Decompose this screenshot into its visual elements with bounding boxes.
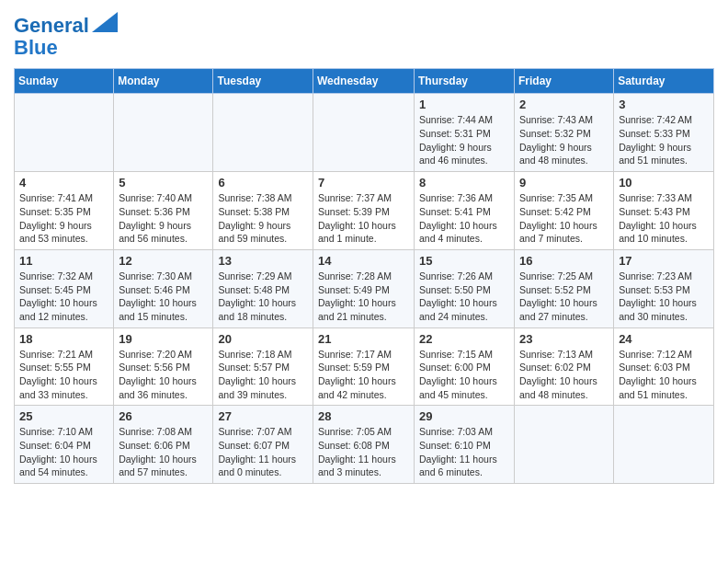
- day-number: 18: [19, 332, 108, 346]
- day-info: Sunrise: 7:36 AM Sunset: 5:41 PM Dayligh…: [419, 191, 509, 246]
- day-info: Sunrise: 7:28 AM Sunset: 5:49 PM Dayligh…: [318, 270, 409, 324]
- day-info: Sunrise: 7:17 AM Sunset: 5:59 PM Dayligh…: [318, 348, 409, 402]
- day-number: 8: [419, 176, 509, 190]
- calendar-cell: [15, 94, 114, 172]
- calendar-cell: 14Sunrise: 7:28 AM Sunset: 5:49 PM Dayli…: [313, 249, 415, 327]
- calendar-cell: 18Sunrise: 7:21 AM Sunset: 5:55 PM Dayli…: [15, 327, 114, 406]
- calendar-cell: 22Sunrise: 7:15 AM Sunset: 6:00 PM Dayli…: [415, 327, 515, 406]
- day-info: Sunrise: 7:40 AM Sunset: 5:36 PM Dayligh…: [119, 191, 208, 246]
- logo: GeneralBlue: [14, 14, 118, 59]
- calendar-cell: [313, 94, 415, 172]
- calendar-cell: 27Sunrise: 7:07 AM Sunset: 6:07 PM Dayli…: [213, 406, 313, 484]
- day-number: 28: [318, 409, 409, 423]
- calendar-cell: 10Sunrise: 7:33 AM Sunset: 5:43 PM Dayli…: [614, 172, 714, 250]
- weekday-header: Sunday: [15, 69, 114, 94]
- logo-icon: [92, 12, 118, 32]
- day-info: Sunrise: 7:32 AM Sunset: 5:45 PM Dayligh…: [19, 270, 108, 324]
- day-info: Sunrise: 7:43 AM Sunset: 5:32 PM Dayligh…: [519, 113, 609, 167]
- day-info: Sunrise: 7:15 AM Sunset: 6:00 PM Dayligh…: [419, 348, 509, 402]
- day-number: 24: [619, 332, 709, 346]
- day-number: 20: [218, 332, 308, 346]
- calendar-cell: 5Sunrise: 7:40 AM Sunset: 5:36 PM Daylig…: [114, 172, 213, 250]
- weekday-header: Tuesday: [213, 69, 313, 94]
- day-number: 2: [519, 98, 609, 111]
- calendar-cell: [114, 94, 213, 172]
- calendar-cell: 13Sunrise: 7:29 AM Sunset: 5:48 PM Dayli…: [213, 249, 313, 327]
- calendar-cell: 7Sunrise: 7:37 AM Sunset: 5:39 PM Daylig…: [313, 172, 415, 250]
- calendar-cell: 19Sunrise: 7:20 AM Sunset: 5:56 PM Dayli…: [114, 327, 213, 406]
- calendar-cell: 12Sunrise: 7:30 AM Sunset: 5:46 PM Dayli…: [114, 249, 213, 327]
- day-info: Sunrise: 7:29 AM Sunset: 5:48 PM Dayligh…: [218, 270, 308, 324]
- calendar-cell: 9Sunrise: 7:35 AM Sunset: 5:42 PM Daylig…: [515, 172, 614, 250]
- day-number: 14: [318, 254, 409, 268]
- day-info: Sunrise: 7:07 AM Sunset: 6:07 PM Dayligh…: [218, 425, 308, 479]
- calendar-cell: 24Sunrise: 7:12 AM Sunset: 6:03 PM Dayli…: [614, 327, 714, 406]
- calendar-cell: 17Sunrise: 7:23 AM Sunset: 5:53 PM Dayli…: [614, 249, 714, 327]
- day-number: 6: [218, 176, 308, 190]
- calendar-cell: 23Sunrise: 7:13 AM Sunset: 6:02 PM Dayli…: [515, 327, 614, 406]
- calendar-cell: 8Sunrise: 7:36 AM Sunset: 5:41 PM Daylig…: [415, 172, 515, 250]
- day-number: 4: [19, 176, 108, 190]
- calendar-cell: 21Sunrise: 7:17 AM Sunset: 5:59 PM Dayli…: [313, 327, 415, 406]
- calendar-cell: 4Sunrise: 7:41 AM Sunset: 5:35 PM Daylig…: [15, 172, 114, 250]
- calendar-cell: 25Sunrise: 7:10 AM Sunset: 6:04 PM Dayli…: [15, 406, 114, 484]
- day-number: 12: [119, 254, 208, 268]
- calendar-cell: 26Sunrise: 7:08 AM Sunset: 6:06 PM Dayli…: [114, 406, 213, 484]
- day-number: 16: [519, 254, 609, 268]
- day-number: 21: [318, 332, 409, 346]
- day-info: Sunrise: 7:42 AM Sunset: 5:33 PM Dayligh…: [619, 113, 709, 167]
- day-number: 27: [218, 409, 308, 423]
- day-info: Sunrise: 7:03 AM Sunset: 6:10 PM Dayligh…: [419, 425, 509, 479]
- calendar-cell: 1Sunrise: 7:44 AM Sunset: 5:31 PM Daylig…: [415, 94, 515, 172]
- day-info: Sunrise: 7:26 AM Sunset: 5:50 PM Dayligh…: [419, 270, 509, 324]
- day-number: 7: [318, 176, 409, 190]
- day-number: 19: [119, 332, 208, 346]
- day-info: Sunrise: 7:30 AM Sunset: 5:46 PM Dayligh…: [119, 270, 208, 324]
- day-number: 26: [119, 409, 208, 423]
- day-number: 1: [419, 98, 509, 111]
- calendar-cell: 15Sunrise: 7:26 AM Sunset: 5:50 PM Dayli…: [415, 249, 515, 327]
- weekday-header: Monday: [114, 69, 213, 94]
- calendar-cell: [213, 94, 313, 172]
- svg-marker-0: [92, 12, 118, 32]
- day-number: 5: [119, 176, 208, 190]
- calendar-cell: 29Sunrise: 7:03 AM Sunset: 6:10 PM Dayli…: [415, 406, 515, 484]
- calendar-cell: 16Sunrise: 7:25 AM Sunset: 5:52 PM Dayli…: [515, 249, 614, 327]
- day-number: 29: [419, 409, 509, 423]
- day-info: Sunrise: 7:18 AM Sunset: 5:57 PM Dayligh…: [218, 348, 308, 402]
- day-info: Sunrise: 7:13 AM Sunset: 6:02 PM Dayligh…: [519, 348, 609, 402]
- day-number: 23: [519, 332, 609, 346]
- day-info: Sunrise: 7:20 AM Sunset: 5:56 PM Dayligh…: [119, 348, 208, 402]
- day-info: Sunrise: 7:44 AM Sunset: 5:31 PM Dayligh…: [419, 113, 509, 167]
- calendar-cell: 6Sunrise: 7:38 AM Sunset: 5:38 PM Daylig…: [213, 172, 313, 250]
- weekday-header: Wednesday: [313, 69, 415, 94]
- day-number: 13: [218, 254, 308, 268]
- day-number: 17: [619, 254, 709, 268]
- calendar-cell: 3Sunrise: 7:42 AM Sunset: 5:33 PM Daylig…: [614, 94, 714, 172]
- calendar-cell: [515, 406, 614, 484]
- day-info: Sunrise: 7:35 AM Sunset: 5:42 PM Dayligh…: [519, 191, 609, 246]
- day-number: 10: [619, 176, 709, 190]
- day-number: 11: [19, 254, 108, 268]
- calendar-cell: 20Sunrise: 7:18 AM Sunset: 5:57 PM Dayli…: [213, 327, 313, 406]
- day-info: Sunrise: 7:05 AM Sunset: 6:08 PM Dayligh…: [318, 425, 409, 479]
- page-header: GeneralBlue: [14, 14, 714, 59]
- logo-text: GeneralBlue: [14, 14, 118, 59]
- day-number: 15: [419, 254, 509, 268]
- day-info: Sunrise: 7:23 AM Sunset: 5:53 PM Dayligh…: [619, 270, 709, 324]
- day-info: Sunrise: 7:38 AM Sunset: 5:38 PM Dayligh…: [218, 191, 308, 246]
- calendar-cell: [614, 406, 714, 484]
- weekday-header: Friday: [515, 69, 614, 94]
- day-info: Sunrise: 7:33 AM Sunset: 5:43 PM Dayligh…: [619, 191, 709, 246]
- day-number: 9: [519, 176, 609, 190]
- calendar-cell: 28Sunrise: 7:05 AM Sunset: 6:08 PM Dayli…: [313, 406, 415, 484]
- calendar-cell: 2Sunrise: 7:43 AM Sunset: 5:32 PM Daylig…: [515, 94, 614, 172]
- day-number: 25: [19, 409, 108, 423]
- calendar-cell: 11Sunrise: 7:32 AM Sunset: 5:45 PM Dayli…: [15, 249, 114, 327]
- day-info: Sunrise: 7:21 AM Sunset: 5:55 PM Dayligh…: [19, 348, 108, 402]
- calendar-table: SundayMondayTuesdayWednesdayThursdayFrid…: [14, 68, 714, 484]
- weekday-header: Saturday: [614, 69, 714, 94]
- weekday-header: Thursday: [415, 69, 515, 94]
- day-info: Sunrise: 7:12 AM Sunset: 6:03 PM Dayligh…: [619, 348, 709, 402]
- day-info: Sunrise: 7:10 AM Sunset: 6:04 PM Dayligh…: [19, 425, 108, 479]
